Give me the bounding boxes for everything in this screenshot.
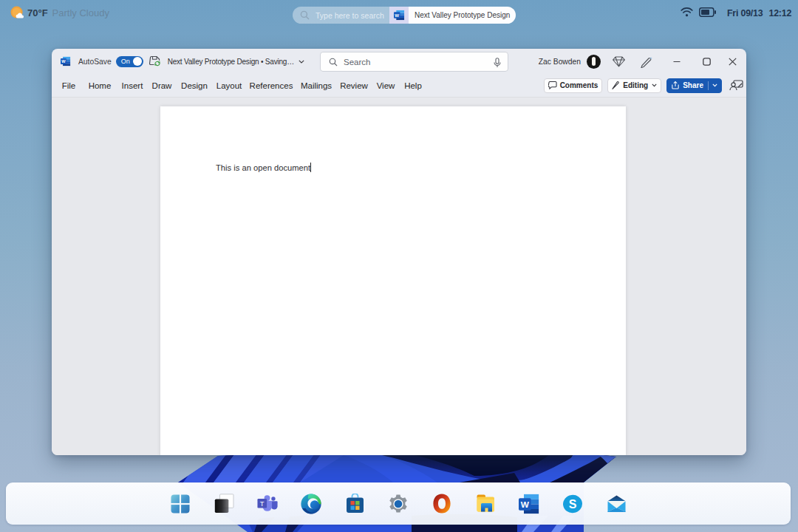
svg-text:W: W — [61, 59, 66, 64]
svg-text:W: W — [521, 499, 530, 510]
svg-text:W: W — [395, 13, 399, 18]
svg-text:T: T — [260, 499, 265, 507]
svg-text:S: S — [569, 497, 577, 510]
